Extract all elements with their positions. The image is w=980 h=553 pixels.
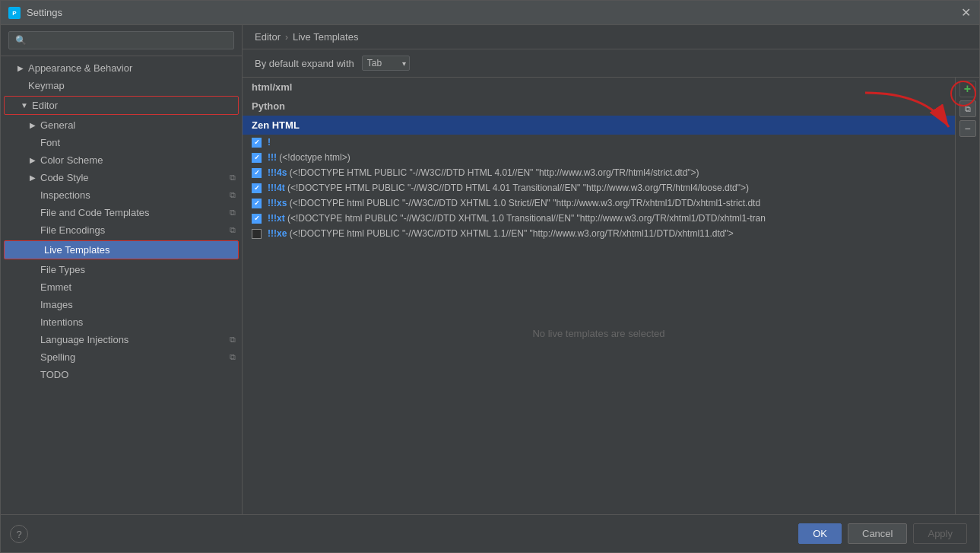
app-icon: P (8, 7, 21, 19)
template-text: !!!xt (<!DOCTYPE html PUBLIC "-//W3C//DT… (268, 213, 766, 224)
sidebar-item-label: TODO (40, 369, 68, 380)
breadcrumb-editor: Editor (255, 31, 281, 43)
cancel-button[interactable]: Cancel (848, 523, 907, 544)
sidebar-item-intentions[interactable]: ▶ Intentions (1, 313, 242, 331)
search-input[interactable] (8, 31, 234, 49)
breadcrumb: Editor › Live Templates (243, 25, 979, 49)
collapse-arrow-general: ▶ (28, 121, 37, 130)
copy-icon-file-code: ⧉ (230, 208, 236, 218)
sidebar-item-label: Language Injections (40, 334, 128, 345)
template-item[interactable]: !!!xe (<!DOCTYPE html PUBLIC "-//W3C//DT… (243, 226, 955, 241)
ok-button[interactable]: OK (798, 523, 842, 544)
template-checkbox[interactable] (252, 138, 262, 148)
templates-area: html/xml Python Zen HTML ! !!! (<!doctyp… (243, 78, 979, 514)
group-python[interactable]: Python (243, 97, 955, 116)
template-checkbox[interactable] (252, 199, 262, 208)
sidebar-item-general[interactable]: ▶ General (1, 116, 242, 134)
sidebar-item-label: Live Templates (44, 244, 109, 256)
group-html-xml[interactable]: html/xml (243, 78, 955, 97)
template-item[interactable]: !!!xs (<!DOCTYPE html PUBLIC "-//W3C//DT… (243, 195, 955, 211)
sidebar-item-images[interactable]: ▶ Images (1, 296, 242, 313)
main-panel: Editor › Live Templates By default expan… (243, 25, 979, 514)
template-text: ! (268, 137, 271, 148)
breadcrumb-live-templates: Live Templates (293, 31, 358, 43)
breadcrumb-separator: › (285, 32, 288, 43)
template-text: !!!4t (<!DOCTYPE HTML PUBLIC "-//W3C//DT… (268, 183, 749, 193)
sidebar-item-spelling[interactable]: ▶ Spelling ⧉ (1, 348, 242, 366)
template-text: !!! (<!doctype html>) (268, 152, 350, 163)
collapse-arrow-editor: ▼ (20, 101, 29, 110)
copy-icon-codestyle: ⧉ (230, 173, 236, 183)
templates-action-sidebar: + ⧉ − (955, 78, 979, 514)
sidebar-item-editor[interactable]: ▼ Editor (5, 97, 238, 114)
sidebar-item-label: File Types (40, 264, 85, 275)
bottom-bar: OK Cancel Apply (1, 514, 979, 552)
template-checkbox[interactable] (252, 153, 262, 163)
template-checkbox[interactable] (252, 168, 262, 178)
expand-select[interactable]: Tab Enter Space (362, 56, 410, 71)
expand-label: By default expand with (255, 58, 354, 69)
sidebar-item-font[interactable]: ▶ Font (1, 134, 242, 151)
collapse-arrow-appearance: ▶ (16, 64, 25, 73)
sidebar-item-emmet[interactable]: ▶ Emmet (1, 278, 242, 296)
help-button[interactable]: ? (10, 525, 28, 543)
remove-template-button[interactable]: − (959, 120, 976, 137)
sidebar-item-label: Inspections (40, 189, 90, 201)
copy-icon-encodings: ⧉ (230, 225, 236, 235)
sidebar-item-file-encodings[interactable]: ▶ File Encodings ⧉ (1, 221, 242, 239)
sidebar-item-label: Images (40, 299, 73, 310)
template-text: !!!xs (<!DOCTYPE html PUBLIC "-//W3C//DT… (268, 198, 760, 208)
sidebar-item-language-injections[interactable]: ▶ Language Injections ⧉ (1, 331, 242, 348)
template-item[interactable]: !!!4s (<!DOCTYPE HTML PUBLIC "-//W3C//DT… (243, 165, 955, 180)
window-title: Settings (27, 7, 959, 18)
sidebar-item-inspections[interactable]: ▶ Inspections ⧉ (1, 186, 242, 204)
main-layout: ▶ Appearance & Behavior ▶ Keymap ▼ Edito… (1, 25, 979, 514)
expand-select-wrapper: Tab Enter Space (362, 56, 410, 71)
copy-icon-inspections: ⧉ (230, 190, 236, 200)
sidebar-item-label: Intentions (40, 316, 83, 328)
template-checkbox[interactable] (252, 183, 262, 193)
sidebar-item-file-types[interactable]: ▶ File Types (1, 261, 242, 278)
template-checkbox[interactable] (252, 229, 262, 239)
sidebar-item-label: General (40, 119, 75, 131)
sidebar-item-keymap[interactable]: ▶ Keymap (1, 77, 242, 94)
search-bar (1, 25, 242, 56)
svg-text:P: P (12, 10, 17, 17)
group-zen-html[interactable]: Zen HTML (243, 116, 955, 135)
sidebar-item-label: Editor (32, 100, 58, 111)
template-text: !!!4s (<!DOCTYPE HTML PUBLIC "-//W3C//DT… (268, 167, 699, 178)
sidebar-item-live-templates[interactable]: ▶ Live Templates (5, 241, 238, 259)
sidebar-item-code-style[interactable]: ▶ Code Style ⧉ (1, 169, 242, 186)
copy-icon-lang: ⧉ (230, 335, 236, 345)
template-text: !!!xe (<!DOCTYPE html PUBLIC "-//W3C//DT… (268, 228, 734, 239)
sidebar-item-label: Emmet (40, 281, 71, 293)
apply-button[interactable]: Apply (913, 523, 967, 544)
close-button[interactable]: ✕ (959, 7, 972, 19)
sidebar-item-label: Keymap (28, 80, 65, 91)
copy-icon-spelling: ⧉ (230, 352, 236, 362)
sidebar-item-color-scheme[interactable]: ▶ Color Scheme (1, 151, 242, 169)
sidebar-item-label: Appearance & Behavior (28, 62, 132, 74)
settings-window: P Settings ✕ ▶ Appearance & Behavior ▶ (0, 0, 980, 553)
sidebar-item-file-code-templates[interactable]: ▶ File and Code Templates ⧉ (1, 204, 242, 221)
sidebar-item-appearance[interactable]: ▶ Appearance & Behavior (1, 59, 242, 77)
sidebar-item-label: File Encodings (40, 224, 105, 236)
sidebar-item-label: Spelling (40, 351, 75, 363)
collapse-arrow-colorscheme: ▶ (28, 156, 37, 165)
sidebar-item-todo[interactable]: ▶ TODO (1, 366, 242, 383)
sidebar-item-label: Color Scheme (40, 154, 103, 166)
template-item[interactable]: ! (243, 135, 955, 150)
template-item[interactable]: !!!xt (<!DOCTYPE html PUBLIC "-//W3C//DT… (243, 211, 955, 226)
panel-toolbar: By default expand with Tab Enter Space (243, 49, 979, 78)
collapse-arrow-codestyle: ▶ (28, 173, 37, 183)
add-template-button[interactable]: + (959, 81, 976, 97)
template-item[interactable]: !!! (<!doctype html>) (243, 150, 955, 165)
copy-template-button[interactable]: ⧉ (959, 100, 976, 117)
template-checkbox[interactable] (252, 214, 262, 224)
titlebar: P Settings ✕ (1, 1, 979, 25)
sidebar-item-label: Code Style (40, 172, 89, 183)
sidebar-item-label: File and Code Templates (40, 207, 150, 218)
template-item[interactable]: !!!4t (<!DOCTYPE HTML PUBLIC "-//W3C//DT… (243, 180, 955, 195)
sidebar-item-label: Font (40, 137, 60, 148)
sidebar: ▶ Appearance & Behavior ▶ Keymap ▼ Edito… (1, 25, 243, 514)
